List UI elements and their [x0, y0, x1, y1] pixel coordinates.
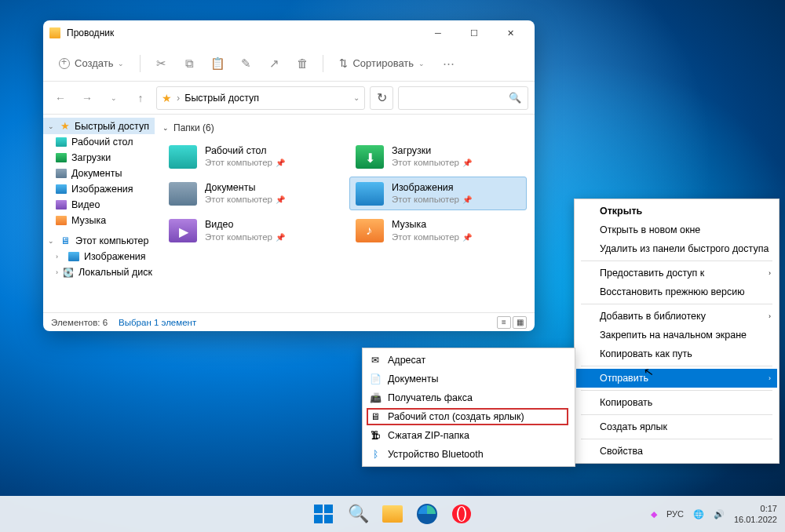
- separator: [581, 439, 772, 439]
- folder-downloads[interactable]: ⬇ЗагрузкиЭтот компьютер📌: [349, 140, 527, 173]
- rename-icon[interactable]: ✎: [233, 51, 258, 76]
- close-button[interactable]: ✕: [492, 20, 528, 46]
- sidebar: ⌄★Быстрый доступ Рабочий стол Загрузки Д…: [43, 115, 155, 312]
- star-icon: ★: [162, 92, 172, 104]
- sidebar-downloads[interactable]: Загрузки: [43, 150, 155, 166]
- sidebar-pictures-pc[interactable]: ›Изображения: [43, 249, 155, 264]
- section-header[interactable]: ⌄Папки (6): [162, 119, 527, 140]
- sidebar-videos[interactable]: Видео: [43, 197, 155, 213]
- folder-music[interactable]: ♪МузыкаЭтот компьютер📌: [349, 213, 527, 247]
- clock-date: 16.01.2022: [734, 514, 777, 525]
- delete-icon[interactable]: 🗑: [290, 51, 315, 76]
- tray-clock[interactable]: 0:17 16.01.2022: [734, 503, 777, 526]
- ctx-properties[interactable]: Свойства: [576, 442, 777, 461]
- more-icon[interactable]: ⋯: [436, 51, 461, 76]
- system-tray: ◆ РУС 🌐 🔊 0:17 16.01.2022: [651, 503, 777, 526]
- taskbar-search[interactable]: 🔍: [343, 499, 373, 529]
- tray-network-icon[interactable]: 🌐: [693, 509, 704, 519]
- separator: [140, 55, 141, 72]
- documents-icon: 📄: [369, 373, 382, 385]
- toolbar: Создать ⌄ ✂ ⧉ 📋 ✎ ↗ 🗑 ⇅ Сортировать ⌄ ⋯: [43, 46, 535, 82]
- taskbar: 🔍 ◆ РУС 🌐 🔊 0:17 16.01.2022: [0, 496, 785, 532]
- refresh-button[interactable]: ↻: [370, 86, 393, 110]
- clock-time: 0:17: [734, 503, 777, 514]
- ctx-library[interactable]: Добавить в библиотеку›: [576, 307, 777, 326]
- forward-button[interactable]: →: [76, 87, 98, 109]
- ctx-open[interactable]: Открыть: [576, 202, 777, 220]
- history-dropdown[interactable]: ⌄: [103, 87, 125, 109]
- minimize-button[interactable]: ─: [420, 20, 456, 46]
- search-icon: 🔍: [509, 92, 521, 104]
- sidebar-desktop[interactable]: Рабочий стол: [43, 134, 155, 150]
- sidebar-documents[interactable]: Документы: [43, 166, 155, 181]
- start-button[interactable]: [309, 499, 338, 529]
- ctx-share[interactable]: Предоставить доступ к›: [576, 264, 777, 282]
- svg-rect-3: [324, 515, 333, 523]
- cut-icon[interactable]: ✂: [148, 51, 173, 76]
- bluetooth-icon: ᛒ: [369, 448, 382, 461]
- sendto-submenu: ✉Адресат 📄Документы 📠Получатель факса 🖥Р…: [362, 348, 575, 467]
- sendto-zip[interactable]: 🗜Сжатая ZIP-папка: [364, 426, 573, 445]
- desktop-icon: 🖥: [369, 410, 382, 423]
- sendto-fax[interactable]: 📠Получатель факса: [364, 388, 573, 407]
- folder-documents[interactable]: ДокументыЭтот компьютер📌: [162, 177, 340, 210]
- back-button[interactable]: ←: [49, 87, 71, 109]
- window-title: Проводник: [67, 27, 420, 38]
- ctx-open-new-window[interactable]: Открыть в новом окне: [576, 220, 777, 239]
- ctx-send-to[interactable]: Отправить›: [576, 369, 777, 388]
- content-area: ⌄Папки (6) Рабочий столЭтот компьютер📌 ⬇…: [155, 115, 535, 312]
- sidebar-pictures[interactable]: Изображения: [43, 181, 155, 197]
- maximize-button[interactable]: ☐: [456, 20, 492, 46]
- fax-icon: 📠: [369, 392, 382, 404]
- copy-icon[interactable]: ⧉: [177, 51, 202, 76]
- sidebar-music[interactable]: Музыка: [43, 213, 155, 228]
- zip-icon: 🗜: [369, 429, 382, 442]
- navbar: ← → ⌄ ↑ ★ › Быстрый доступ ⌄ ↻ 🔍: [43, 82, 535, 115]
- sort-button[interactable]: ⇅ Сортировать ⌄: [331, 53, 433, 74]
- ctx-shortcut[interactable]: Создать ярлык: [576, 417, 777, 436]
- separator: [581, 390, 772, 391]
- svg-rect-0: [314, 505, 323, 513]
- view-details-button[interactable]: ≡: [497, 316, 511, 329]
- address-bar[interactable]: ★ › Быстрый доступ ⌄: [156, 86, 365, 110]
- svg-point-7: [458, 507, 465, 521]
- breadcrumb: Быстрый доступ: [184, 93, 259, 104]
- context-menu: Открыть Открыть в новом окне Удалить из …: [574, 199, 780, 464]
- sidebar-quick-access[interactable]: ⌄★Быстрый доступ: [43, 118, 155, 134]
- mail-icon: ✉: [369, 354, 382, 366]
- sort-label: Сортировать: [352, 57, 414, 69]
- taskbar-explorer[interactable]: [378, 499, 407, 529]
- ctx-copy[interactable]: Копировать: [576, 393, 777, 412]
- up-button[interactable]: ↑: [130, 87, 152, 109]
- search-input[interactable]: 🔍: [398, 86, 528, 110]
- tray-language[interactable]: РУС: [666, 509, 684, 519]
- paste-icon[interactable]: 📋: [205, 51, 230, 76]
- folder-desktop[interactable]: Рабочий столЭтот компьютер📌: [162, 140, 340, 173]
- sendto-documents[interactable]: 📄Документы: [364, 370, 573, 388]
- ctx-pin-start[interactable]: Закрепить на начальном экране: [576, 326, 777, 344]
- titlebar[interactable]: Проводник ─ ☐ ✕: [43, 20, 535, 46]
- ctx-restore[interactable]: Восстановить прежнюю версию: [576, 282, 777, 301]
- sendto-recipient[interactable]: ✉Адресат: [364, 351, 573, 370]
- taskbar-opera[interactable]: [447, 499, 476, 529]
- separator: [323, 55, 323, 72]
- ctx-copy-path[interactable]: Копировать как путь: [576, 344, 777, 363]
- sendto-desktop-shortcut[interactable]: 🖥Рабочий стол (создать ярлык): [364, 407, 573, 426]
- svg-rect-1: [324, 505, 333, 513]
- view-tiles-button[interactable]: ▦: [513, 316, 527, 329]
- sendto-bluetooth[interactable]: ᛒУстройство Bluetooth: [364, 445, 573, 464]
- taskbar-edge[interactable]: [412, 499, 442, 529]
- share-icon[interactable]: ↗: [261, 51, 287, 76]
- status-bar: Элементов: 6 Выбран 1 элемент ≡ ▦: [43, 312, 535, 331]
- tray-app-icon[interactable]: ◆: [651, 509, 657, 519]
- sidebar-this-pc[interactable]: ⌄🖥Этот компьютер: [43, 233, 155, 249]
- ctx-unpin[interactable]: Удалить из панели быстрого доступа: [576, 239, 777, 258]
- sort-icon: ⇅: [339, 57, 348, 69]
- tray-volume-icon[interactable]: 🔊: [714, 509, 725, 519]
- separator: [581, 366, 772, 366]
- folder-pictures[interactable]: ИзображенияЭтот компьютер📌: [349, 177, 527, 210]
- separator: [581, 414, 772, 415]
- new-button[interactable]: Создать ⌄: [51, 53, 132, 74]
- sidebar-local-disk[interactable]: ›💽Локальный диск: [43, 264, 155, 280]
- folder-videos[interactable]: ▶ВидеоЭтот компьютер📌: [162, 213, 340, 247]
